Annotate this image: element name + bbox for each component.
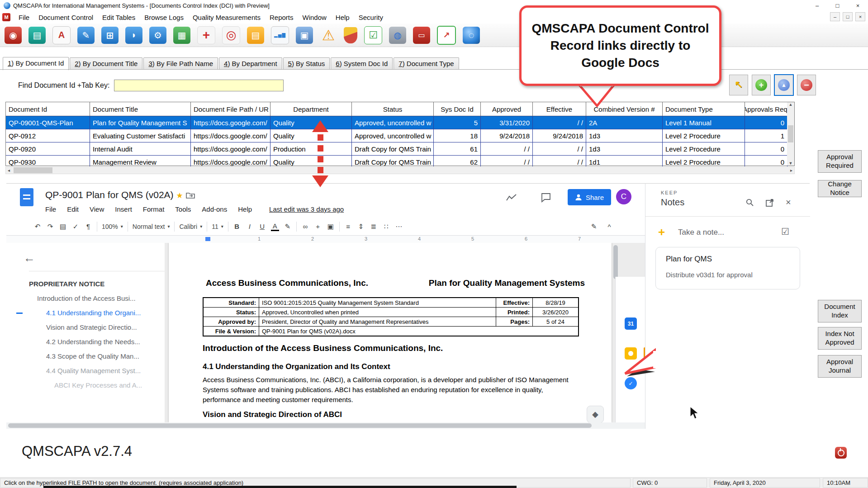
column-header-document-file-path-ur[interactable]: Document File Path / UR [191, 102, 270, 116]
take-a-note-field[interactable]: Take a note... [678, 228, 724, 237]
activity-chart-icon[interactable] [506, 194, 517, 202]
gdoc-menu-add-ons[interactable]: Add-ons [202, 205, 227, 213]
italic-icon[interactable]: I [246, 223, 254, 230]
menu-item-edit-tables[interactable]: Edit Tables [98, 12, 140, 23]
editing-mode-icon[interactable]: ✎ [590, 223, 598, 231]
web-search-icon[interactable]: ◌ [463, 27, 480, 44]
outline-item-vision-and-strategic-directio[interactable]: Vision and Strategic Directio... [6, 323, 165, 331]
add-record-button[interactable]: + [752, 75, 771, 95]
minimize-icon[interactable]: – [807, 0, 827, 11]
index-not-approved-button[interactable]: Index Not Approved [818, 327, 862, 350]
life-ring-icon[interactable]: ◎ [222, 26, 240, 44]
pdf-document-icon[interactable]: A [52, 26, 71, 44]
gdoc-menu-edit[interactable]: Edit [67, 205, 79, 213]
explore-button[interactable]: ◆ [587, 406, 604, 422]
column-header-sys-doc-id[interactable]: Sys Doc Id [434, 102, 481, 116]
outline-item-42-understanding-the-needs[interactable]: 4.2 Understanding the Needs... [6, 338, 165, 346]
tab-5-by-status[interactable]: 5) By Status [283, 57, 330, 70]
close-icon[interactable]: × [848, 0, 868, 11]
star-icon[interactable]: ★ [176, 191, 183, 200]
highlight-icon[interactable]: ✎ [284, 223, 292, 231]
plus-icon[interactable]: + [658, 225, 665, 239]
checklist-icon[interactable]: ☑ [364, 26, 382, 44]
outline-item-44-quality-management-syst[interactable]: 4.4 Quality Management Syst... [6, 367, 165, 374]
menu-item-help[interactable]: Help [331, 12, 354, 23]
document-page[interactable]: Access Business Communications, Inc. Pla… [169, 243, 612, 422]
keep-note-card[interactable]: Plan for QMS Distribute v03d1 for approv… [655, 247, 800, 289]
zoom-select[interactable]: 100%▾ [102, 223, 123, 230]
line-spacing-icon[interactable]: ⇕ [357, 223, 365, 231]
notebook-edit-icon[interactable]: ✎ [77, 27, 95, 44]
search-icon[interactable] [746, 199, 754, 207]
collapse-toolbar-icon[interactable]: ^ [605, 223, 613, 231]
tab-2-by-document-title[interactable]: 2) By Document Title [70, 57, 142, 70]
mdi-restore-icon[interactable]: □ [843, 12, 853, 21]
text-color-icon[interactable]: A [271, 222, 279, 231]
shield-icon[interactable] [344, 27, 357, 43]
tab-6-system-doc-id[interactable]: 6) System Doc Id [331, 57, 393, 70]
table-horizontal-scrollbar[interactable]: ◂▸ [5, 166, 795, 174]
insert-link-icon[interactable]: ∞ [301, 223, 309, 230]
printer-icon[interactable]: ▣ [296, 27, 313, 44]
scroll-right-icon[interactable]: ▸ [788, 168, 794, 173]
bullet-list-icon[interactable]: ∷ [382, 223, 390, 231]
gdoc-menu-help[interactable]: Help [238, 205, 252, 213]
share-button[interactable]: Share [568, 189, 611, 205]
clipboard-chart-icon[interactable]: ↗ [437, 26, 456, 45]
font-select[interactable]: Calibri▾ [179, 223, 202, 230]
column-header-document-type[interactable]: Document Type [663, 102, 745, 116]
redo-icon[interactable]: ↷ [46, 223, 54, 231]
underline-icon[interactable]: U [258, 223, 266, 230]
outline-item-41-understanding-the-organi[interactable]: 4.1 Understanding the Organi... [6, 309, 165, 317]
gdoc-menu-view[interactable]: View [90, 205, 104, 213]
approval-required-button[interactable]: Approval Required [818, 150, 862, 173]
column-header-document-title[interactable]: Document Title [90, 102, 191, 116]
paragraph-style-select[interactable]: Normal text▾ [133, 223, 170, 230]
scroll-up-icon[interactable]: ▲ [789, 102, 793, 107]
column-header-status[interactable]: Status [352, 102, 434, 116]
change-record-button[interactable]: ▲ [774, 75, 793, 95]
paint-format-icon[interactable]: ¶ [84, 223, 92, 230]
tab-7-document-type[interactable]: 7) Document Type [394, 57, 459, 70]
numbered-list-icon[interactable]: ≣ [370, 223, 378, 231]
close-icon[interactable]: × [786, 197, 791, 208]
scroll-thumb[interactable] [8, 423, 592, 428]
gdoc-title[interactable]: QP-9001 Plan for QMS (v02A) ★ [45, 190, 195, 200]
find-document-id-input[interactable] [114, 80, 284, 91]
column-header-department[interactable]: Department [270, 102, 352, 116]
spellcheck-icon[interactable]: ✓ [71, 223, 80, 231]
scroll-left-icon[interactable]: ◂ [6, 168, 12, 173]
insert-image-icon[interactable]: ▣ [327, 223, 335, 231]
outline-item-proprietary-notice[interactable]: PROPRIETARY NOTICE [6, 280, 165, 288]
table-row[interactable]: QP-0920Internal Audithttps://docs.google… [6, 142, 794, 156]
column-header-approvals-req[interactable]: Approvals Req. [745, 102, 787, 116]
new-list-checkbox-icon[interactable]: ☑ [781, 226, 789, 237]
google-tasks-icon[interactable]: ✓ [625, 377, 637, 389]
last-edit-link[interactable]: Last edit was 3 days ago [269, 205, 344, 213]
power-icon[interactable]: ◉ [5, 27, 22, 44]
exit-power-button[interactable] [835, 447, 847, 459]
tab-3-by-file-path-name[interactable]: 3) By File Path Name [143, 57, 218, 70]
maximize-icon[interactable]: □ [827, 0, 848, 11]
business-card-icon[interactable]: ▭ [413, 27, 430, 44]
gdoc-menu-file[interactable]: File [45, 205, 56, 213]
medical-cross-icon[interactable]: + [197, 26, 215, 44]
column-header-approved[interactable]: Approved [481, 102, 533, 116]
scroll-thumb[interactable] [788, 125, 793, 142]
gdoc-menu-tools[interactable]: Tools [175, 205, 191, 213]
outline-item-abci-key-processes-and-a[interactable]: ABCI Key Processes and A... [6, 381, 165, 389]
scroll-thumb[interactable] [14, 167, 52, 173]
comment-icon[interactable] [541, 193, 551, 203]
move-folder-icon[interactable] [186, 192, 195, 199]
mdi-close-icon[interactable]: × [855, 12, 865, 21]
document-index-button[interactable]: Document Index [818, 300, 862, 322]
address-book-icon[interactable]: ▤ [247, 27, 264, 44]
align-icon[interactable]: ≡ [344, 223, 352, 230]
jump-to-record-button[interactable]: ↖ [729, 75, 748, 95]
tab-1-by-document-id[interactable]: 1) By Document Id [3, 57, 69, 70]
insert-comment-icon[interactable]: + [314, 223, 322, 230]
column-header-document-id[interactable]: Document Id [6, 102, 90, 116]
warning-icon[interactable]: ⚠ [320, 27, 337, 44]
scroll-down-icon[interactable]: ▼ [789, 161, 793, 166]
menu-item-window[interactable]: Window [298, 12, 331, 23]
